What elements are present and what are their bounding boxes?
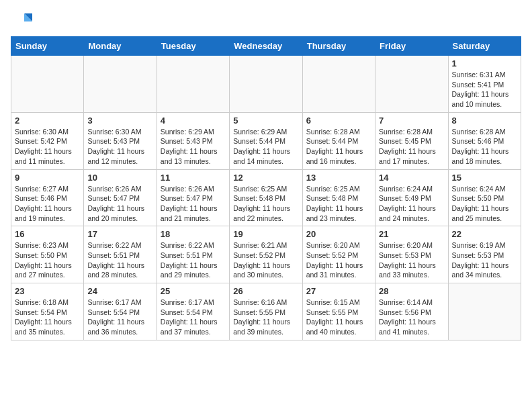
- day-info: Sunrise: 6:21 AM Sunset: 5:52 PM Dayligh…: [233, 240, 298, 280]
- day-number: 4: [161, 116, 226, 126]
- day-info: Sunrise: 6:28 AM Sunset: 5:44 PM Dayligh…: [306, 127, 371, 167]
- day-number: 28: [379, 286, 444, 296]
- day-info: Sunrise: 6:24 AM Sunset: 5:50 PM Dayligh…: [452, 184, 517, 224]
- week-row-1: 1Sunrise: 6:31 AM Sunset: 5:41 PM Daylig…: [11, 56, 521, 113]
- calendar-table: SundayMondayTuesdayWednesdayThursdayFrid…: [11, 36, 521, 340]
- calendar-cell: 6Sunrise: 6:28 AM Sunset: 5:44 PM Daylig…: [302, 112, 375, 169]
- calendar-cell: 7Sunrise: 6:28 AM Sunset: 5:45 PM Daylig…: [375, 112, 448, 169]
- logo: [11, 11, 35, 32]
- day-info: Sunrise: 6:16 AM Sunset: 5:55 PM Dayligh…: [233, 298, 298, 337]
- weekday-header-friday: Friday: [375, 37, 448, 56]
- calendar-cell: 5Sunrise: 6:29 AM Sunset: 5:44 PM Daylig…: [230, 112, 302, 169]
- day-info: Sunrise: 6:30 AM Sunset: 5:42 PM Dayligh…: [15, 127, 80, 167]
- day-number: 18: [161, 229, 226, 239]
- calendar-cell: [375, 56, 448, 113]
- calendar-cell: 26Sunrise: 6:16 AM Sunset: 5:55 PM Dayli…: [230, 283, 302, 340]
- calendar-cell: 24Sunrise: 6:17 AM Sunset: 5:54 PM Dayli…: [84, 283, 157, 340]
- day-info: Sunrise: 6:20 AM Sunset: 5:52 PM Dayligh…: [306, 240, 371, 280]
- weekday-header-wednesday: Wednesday: [230, 37, 302, 56]
- calendar-cell: 12Sunrise: 6:25 AM Sunset: 5:48 PM Dayli…: [230, 169, 302, 226]
- day-number: 19: [233, 229, 298, 239]
- day-number: 25: [161, 286, 226, 296]
- calendar-cell: 21Sunrise: 6:20 AM Sunset: 5:53 PM Dayli…: [375, 226, 448, 283]
- calendar-cell: 9Sunrise: 6:27 AM Sunset: 5:46 PM Daylig…: [11, 169, 84, 226]
- logo-icon: [11, 11, 32, 32]
- day-number: 20: [306, 229, 371, 239]
- calendar-cell: 8Sunrise: 6:28 AM Sunset: 5:46 PM Daylig…: [448, 112, 521, 169]
- day-number: 27: [306, 286, 371, 296]
- calendar-cell: [11, 56, 84, 113]
- day-number: 22: [452, 229, 517, 239]
- day-number: 24: [87, 286, 152, 296]
- day-number: 16: [15, 229, 80, 239]
- day-info: Sunrise: 6:27 AM Sunset: 5:46 PM Dayligh…: [15, 184, 80, 224]
- day-info: Sunrise: 6:18 AM Sunset: 5:54 PM Dayligh…: [15, 298, 80, 337]
- day-info: Sunrise: 6:22 AM Sunset: 5:51 PM Dayligh…: [161, 240, 226, 280]
- day-info: Sunrise: 6:15 AM Sunset: 5:55 PM Dayligh…: [306, 298, 371, 337]
- day-info: Sunrise: 6:25 AM Sunset: 5:48 PM Dayligh…: [306, 184, 371, 224]
- calendar-cell: 11Sunrise: 6:26 AM Sunset: 5:47 PM Dayli…: [157, 169, 229, 226]
- weekday-header-monday: Monday: [84, 37, 157, 56]
- calendar-cell: 27Sunrise: 6:15 AM Sunset: 5:55 PM Dayli…: [302, 283, 375, 340]
- day-number: 7: [379, 116, 444, 126]
- calendar-cell: 14Sunrise: 6:24 AM Sunset: 5:49 PM Dayli…: [375, 169, 448, 226]
- header: [11, 11, 521, 32]
- calendar-cell: 19Sunrise: 6:21 AM Sunset: 5:52 PM Dayli…: [230, 226, 302, 283]
- weekday-header-tuesday: Tuesday: [157, 37, 229, 56]
- day-info: Sunrise: 6:17 AM Sunset: 5:54 PM Dayligh…: [87, 298, 152, 337]
- day-info: Sunrise: 6:24 AM Sunset: 5:49 PM Dayligh…: [379, 184, 444, 224]
- calendar-cell: 2Sunrise: 6:30 AM Sunset: 5:42 PM Daylig…: [11, 112, 84, 169]
- day-info: Sunrise: 6:19 AM Sunset: 5:53 PM Dayligh…: [452, 240, 517, 280]
- calendar-cell: 22Sunrise: 6:19 AM Sunset: 5:53 PM Dayli…: [448, 226, 521, 283]
- calendar-cell: [230, 56, 302, 113]
- day-number: 5: [233, 116, 298, 126]
- calendar-cell: 25Sunrise: 6:17 AM Sunset: 5:54 PM Dayli…: [157, 283, 229, 340]
- calendar-cell: 13Sunrise: 6:25 AM Sunset: 5:48 PM Dayli…: [302, 169, 375, 226]
- calendar-cell: 4Sunrise: 6:29 AM Sunset: 5:43 PM Daylig…: [157, 112, 229, 169]
- day-number: 17: [87, 229, 152, 239]
- day-info: Sunrise: 6:23 AM Sunset: 5:50 PM Dayligh…: [15, 240, 80, 280]
- day-number: 14: [379, 173, 444, 183]
- weekday-header-saturday: Saturday: [448, 37, 521, 56]
- calendar-cell: [448, 283, 521, 340]
- week-row-3: 9Sunrise: 6:27 AM Sunset: 5:46 PM Daylig…: [11, 169, 521, 226]
- calendar-cell: 28Sunrise: 6:14 AM Sunset: 5:56 PM Dayli…: [375, 283, 448, 340]
- calendar-cell: 16Sunrise: 6:23 AM Sunset: 5:50 PM Dayli…: [11, 226, 84, 283]
- day-number: 8: [452, 116, 517, 126]
- day-info: Sunrise: 6:17 AM Sunset: 5:54 PM Dayligh…: [161, 298, 226, 337]
- calendar-cell: [157, 56, 229, 113]
- calendar-cell: 23Sunrise: 6:18 AM Sunset: 5:54 PM Dayli…: [11, 283, 84, 340]
- day-number: 9: [15, 173, 80, 183]
- day-number: 23: [15, 286, 80, 296]
- day-info: Sunrise: 6:28 AM Sunset: 5:45 PM Dayligh…: [379, 127, 444, 167]
- day-info: Sunrise: 6:31 AM Sunset: 5:41 PM Dayligh…: [452, 70, 517, 109]
- day-number: 1: [452, 58, 517, 68]
- day-number: 15: [452, 173, 517, 183]
- calendar-cell: 17Sunrise: 6:22 AM Sunset: 5:51 PM Dayli…: [84, 226, 157, 283]
- week-row-5: 23Sunrise: 6:18 AM Sunset: 5:54 PM Dayli…: [11, 283, 521, 340]
- day-info: Sunrise: 6:30 AM Sunset: 5:43 PM Dayligh…: [87, 127, 152, 167]
- day-number: 11: [161, 173, 226, 183]
- week-row-2: 2Sunrise: 6:30 AM Sunset: 5:42 PM Daylig…: [11, 112, 521, 169]
- calendar-cell: 10Sunrise: 6:26 AM Sunset: 5:47 PM Dayli…: [84, 169, 157, 226]
- day-info: Sunrise: 6:28 AM Sunset: 5:46 PM Dayligh…: [452, 127, 517, 167]
- calendar-cell: 15Sunrise: 6:24 AM Sunset: 5:50 PM Dayli…: [448, 169, 521, 226]
- day-number: 13: [306, 173, 371, 183]
- day-number: 12: [233, 173, 298, 183]
- day-info: Sunrise: 6:14 AM Sunset: 5:56 PM Dayligh…: [379, 298, 444, 337]
- calendar-cell: 20Sunrise: 6:20 AM Sunset: 5:52 PM Dayli…: [302, 226, 375, 283]
- calendar-cell: 3Sunrise: 6:30 AM Sunset: 5:43 PM Daylig…: [84, 112, 157, 169]
- day-number: 26: [233, 286, 298, 296]
- calendar-cell: [302, 56, 375, 113]
- day-info: Sunrise: 6:29 AM Sunset: 5:43 PM Dayligh…: [161, 127, 226, 167]
- day-number: 10: [87, 173, 152, 183]
- day-info: Sunrise: 6:26 AM Sunset: 5:47 PM Dayligh…: [87, 184, 152, 224]
- weekday-header-sunday: Sunday: [11, 37, 84, 56]
- day-info: Sunrise: 6:29 AM Sunset: 5:44 PM Dayligh…: [233, 127, 298, 167]
- day-info: Sunrise: 6:22 AM Sunset: 5:51 PM Dayligh…: [87, 240, 152, 280]
- day-number: 6: [306, 116, 371, 126]
- calendar-cell: 1Sunrise: 6:31 AM Sunset: 5:41 PM Daylig…: [448, 56, 521, 113]
- weekday-header-thursday: Thursday: [302, 37, 375, 56]
- calendar-cell: [84, 56, 157, 113]
- day-number: 2: [15, 116, 80, 126]
